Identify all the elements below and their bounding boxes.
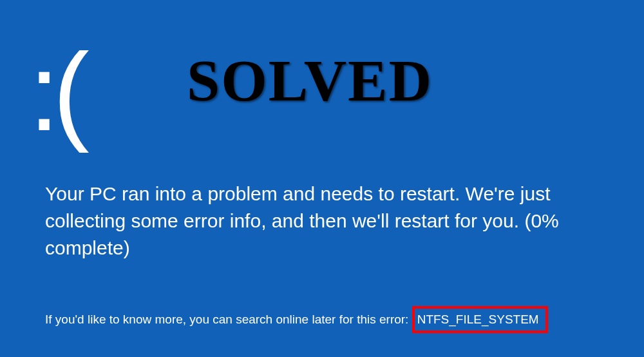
- error-code: NTFS_FILE_SYSTEM: [417, 313, 539, 326]
- error-code-highlight: NTFS_FILE_SYSTEM: [413, 311, 544, 329]
- bsod-footer: If you'd like to know more, you can sear…: [45, 311, 544, 329]
- sad-face-icon: :(: [29, 37, 83, 147]
- bsod-message: Your PC ran into a problem and needs to …: [45, 180, 625, 262]
- footer-prefix-text: If you'd like to know more, you can sear…: [45, 313, 408, 326]
- solved-overlay-label: SOLVED: [187, 46, 433, 115]
